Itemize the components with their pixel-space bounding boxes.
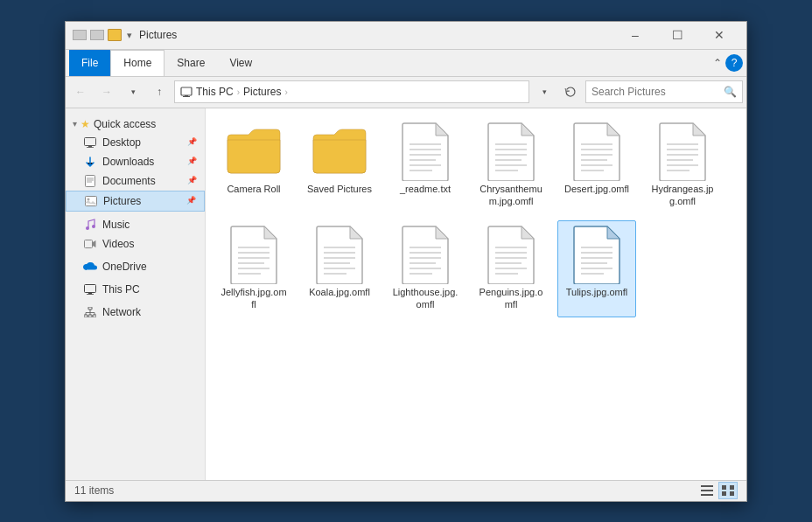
file-name: Koala.jpg.omfl: [309, 286, 370, 298]
sidebar: ▾ ★ Quick access Desktop 📌 Downloads: [66, 108, 206, 480]
title-bar: ▾ Pictures – ☐ ✕: [66, 22, 746, 50]
title-controls: – ☐ ✕: [615, 21, 739, 49]
svg-rect-3: [85, 137, 96, 145]
sidebar-item-videos[interactable]: Videos: [66, 234, 205, 254]
file-icon: [483, 123, 539, 179]
path-dropdown-button[interactable]: ▾: [533, 80, 556, 103]
sidebar-section-network: Network: [66, 303, 205, 322]
recent-locations-button[interactable]: ▾: [122, 80, 144, 103]
videos-icon: [83, 237, 97, 251]
file-name: Lighthouse.jpg.omfl: [392, 286, 458, 311]
search-input[interactable]: [592, 86, 724, 98]
file-icon: [226, 226, 282, 282]
file-item[interactable]: Lighthouse.jpg.omfl: [386, 220, 465, 317]
address-path[interactable]: This PC › Pictures ›: [174, 80, 529, 103]
ribbon-collapse-icon[interactable]: ⌃: [713, 57, 722, 69]
sidebar-item-pictures[interactable]: Pictures 📌: [66, 191, 205, 212]
tab-home[interactable]: Home: [110, 50, 164, 76]
file-item[interactable]: Tulips.jpg.omfl: [557, 220, 636, 317]
sidebar-network-label: Network: [102, 306, 141, 318]
file-item[interactable]: Saved Pictures: [300, 117, 379, 214]
svg-rect-14: [85, 240, 93, 247]
path-sep2: ›: [284, 87, 287, 97]
svg-rect-5: [87, 147, 94, 148]
file-name: _readme.txt: [400, 183, 451, 195]
ribbon-chevron: ⌃ ?: [713, 54, 743, 72]
title-dropdown-arrow[interactable]: ▾: [127, 30, 132, 41]
file-icon: [483, 226, 539, 282]
svg-rect-81: [701, 485, 713, 487]
file-item[interactable]: Hydrangeas.jpg.omfl: [643, 117, 722, 214]
large-icons-view-button[interactable]: [718, 482, 738, 499]
sidebar-quick-access-label: Quick access: [94, 118, 156, 130]
file-item[interactable]: Koala.jpg.omfl: [300, 220, 379, 317]
path-sep1: ›: [237, 87, 240, 97]
sidebar-item-downloads[interactable]: Downloads 📌: [66, 152, 205, 171]
minimize-button[interactable]: –: [615, 21, 655, 49]
svg-rect-18: [88, 307, 92, 310]
window-title: Pictures: [139, 29, 615, 41]
sidebar-videos-label: Videos: [102, 238, 134, 250]
sidebar-this-pc-label: This PC: [102, 283, 140, 296]
view-toggle: [697, 482, 738, 499]
svg-rect-83: [701, 494, 713, 496]
music-icon: [83, 218, 97, 232]
network-icon: [83, 305, 97, 319]
sidebar-item-desktop[interactable]: Desktop 📌: [66, 133, 205, 152]
file-item[interactable]: _readme.txt: [386, 117, 465, 214]
onedrive-icon: [83, 260, 97, 274]
file-item[interactable]: Desert.jpg.omfl: [557, 117, 636, 214]
file-icon: [397, 226, 453, 282]
path-this-pc-icon: [180, 86, 192, 98]
file-icon: [312, 226, 368, 282]
pin-icon: 📌: [187, 137, 198, 148]
file-grid: Camera Roll Saved Pictures _readme.txt C…: [214, 117, 738, 317]
path-pictures[interactable]: Pictures: [243, 86, 281, 98]
search-box[interactable]: 🔍: [585, 80, 743, 103]
sidebar-section-this-pc: This PC: [66, 280, 205, 299]
sidebar-item-network[interactable]: Network: [66, 303, 205, 322]
file-item[interactable]: Camera Roll: [214, 117, 293, 214]
sidebar-item-onedrive[interactable]: OneDrive: [66, 257, 205, 276]
file-name: Camera Roll: [227, 183, 280, 195]
back-button[interactable]: ←: [69, 80, 92, 103]
sidebar-section-onedrive: OneDrive: [66, 257, 205, 276]
file-item[interactable]: Jellyfish.jpg.omfl: [214, 220, 293, 317]
svg-rect-15: [85, 284, 96, 292]
up-button[interactable]: ↑: [148, 80, 171, 103]
main-content: ▾ ★ Quick access Desktop 📌 Downloads: [66, 108, 746, 480]
file-name: Desert.jpg.omfl: [564, 183, 629, 195]
sidebar-item-documents[interactable]: Documents 📌: [66, 171, 205, 191]
path-this-pc[interactable]: This PC: [196, 86, 234, 98]
file-item[interactable]: Penguins.jpg.omfl: [472, 220, 550, 317]
tab-view[interactable]: View: [217, 50, 264, 76]
details-view-button[interactable]: [697, 482, 717, 499]
sidebar-item-this-pc[interactable]: This PC: [66, 280, 205, 299]
sidebar-item-music[interactable]: Music: [66, 215, 205, 234]
close-button[interactable]: ✕: [699, 21, 739, 49]
sidebar-quick-access-header[interactable]: ▾ ★ Quick access: [66, 115, 205, 133]
quick-access-expand-icon: ▾: [73, 119, 77, 129]
downloads-pin-icon: 📌: [187, 157, 198, 167]
sidebar-documents-label: Documents: [102, 175, 156, 187]
svg-rect-82: [701, 490, 713, 491]
file-item[interactable]: Chrysanthemum.jpg.omfl: [472, 117, 550, 214]
item-count: 11 items: [74, 484, 114, 497]
svg-rect-20: [88, 315, 92, 317]
sidebar-music-label: Music: [102, 219, 130, 231]
tab-file[interactable]: File: [69, 50, 110, 76]
file-name: Hydrangeas.jpg.omfl: [649, 183, 716, 208]
tab-share[interactable]: Share: [164, 50, 217, 76]
maximize-button[interactable]: ☐: [657, 21, 697, 49]
title-folder-icon: [108, 29, 122, 41]
help-icon[interactable]: ?: [725, 54, 743, 72]
svg-rect-87: [730, 491, 734, 496]
sidebar-section-misc: Music Videos: [66, 215, 205, 254]
forward-button[interactable]: →: [95, 80, 118, 103]
refresh-button[interactable]: [559, 80, 582, 103]
quick-access-toolbar-icon1: [73, 30, 87, 40]
file-icon: [312, 123, 368, 179]
downloads-icon: [83, 155, 97, 169]
svg-rect-10: [86, 196, 97, 205]
quick-access-toolbar-icon2: [90, 30, 104, 40]
